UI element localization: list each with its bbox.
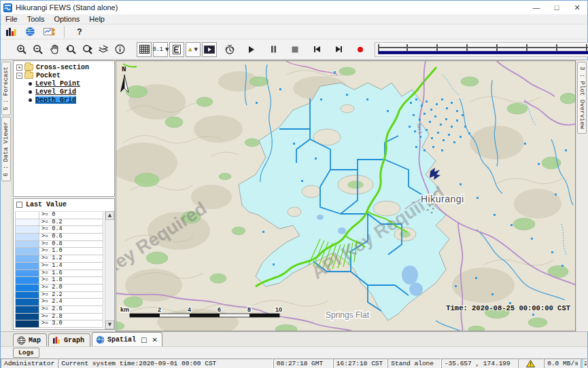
tree-leaf-level-grid[interactable]: Level Grid [14,88,114,96]
warning-icon [526,360,535,367]
record-button[interactable] [353,42,368,57]
skip-back-icon [313,45,321,53]
chart-arrow-icon [44,26,55,37]
zoom-next-icon [82,44,93,55]
menu-options[interactable]: Options [49,15,84,23]
close-button[interactable]: ✕ [567,1,587,14]
tab-forecast[interactable]: 5 : Forecast [1,62,11,115]
last-value-checkbox[interactable] [16,202,22,208]
pause-button[interactable] [266,42,281,57]
expand-icon[interactable]: + [16,65,22,71]
chevron-down-icon: ▼ [194,47,198,52]
menu-file[interactable]: File [1,15,22,23]
tab-plot-overview[interactable]: 3 : Plot Overview [577,62,587,134]
minimize-button[interactable]: — [526,1,547,14]
folder-icon [24,64,33,71]
help-button[interactable]: ? [72,24,87,39]
main-toolbar: ? [1,24,587,39]
collapse-icon[interactable]: − [16,73,22,79]
filter-tree[interactable]: + Cross-section − Pocket Level Point Lev… [13,60,115,197]
play-icon [248,45,255,54]
animation-button[interactable] [202,42,217,57]
pan-button[interactable] [47,42,62,57]
bar-chart-icon [52,336,61,344]
status-warning-cell[interactable] [518,358,544,368]
zoom-in-button[interactable] [14,42,29,57]
last-frame-button[interactable] [331,42,346,57]
warning-icon [188,45,192,54]
layers-button[interactable] [96,42,111,57]
first-frame-button[interactable] [309,42,324,57]
svg-text:km: km [120,306,129,313]
menu-tools[interactable]: Tools [22,15,50,23]
left-panel: + Cross-section − Pocket Level Point Lev… [12,60,116,331]
skip-forward-icon [335,45,343,53]
tab-spatial[interactable]: Spatial □ ✕ [92,332,162,346]
info-button[interactable] [112,42,127,57]
legend-toggle-button[interactable] [169,42,184,57]
tab-graph[interactable]: Graph [48,333,90,346]
tab-close-icon[interactable]: ✕ [152,336,158,344]
layers-icon [98,45,109,54]
threshold-value: 0.1 [153,46,163,53]
play-button[interactable] [244,42,259,57]
timeline-range-bar [378,51,588,54]
logs-button[interactable]: Logs [13,348,39,358]
chevron-down-icon: ▼ [165,47,169,52]
timeline-slider[interactable] [375,42,588,57]
stop-button[interactable] [288,42,302,57]
legend-list: >= 0 >= 0.2 >= 0.4 >= 0.6 >= 0.8 >= 1.0 … [15,211,103,328]
app-logo-icon [3,3,12,12]
timer-button[interactable] [222,42,237,57]
tab-data-viewer[interactable]: 6 : Data Viewer [1,117,11,181]
legend-letter-icon [173,45,181,54]
zoom-previous-icon [65,44,77,55]
legend-row: >= 1.4 [15,263,103,270]
tree-leaf-level-point[interactable]: Level Point [14,79,114,88]
status-memory: 2.5 GB [581,358,587,368]
pause-icon [271,45,277,53]
record-icon [357,46,364,53]
map-canvas[interactable]: SH 1 [116,60,576,331]
svg-text:6: 6 [218,306,221,313]
logs-row: Logs [1,346,587,358]
scroll-down-icon[interactable]: ▼ [105,320,114,329]
grid-layer-button[interactable] [137,42,152,57]
menu-help[interactable]: Help [84,15,109,23]
scroll-up-icon[interactable]: ▲ [105,211,114,220]
timeseries-display-button[interactable] [41,24,56,39]
right-tab-strip: 3 : Plot Overview [576,60,588,331]
status-gmt-time: 08:27:18 GMT [273,358,333,368]
globe-icon [96,335,105,344]
maximize-button[interactable]: □ [547,1,567,14]
map-time-label: Time: 2020-08-25 00:00:00 CST [446,304,570,312]
data-display-button[interactable] [3,24,18,39]
menubar: File Tools Options Help [1,14,587,24]
tree-leaf-depth-grid[interactable]: Depth Grid [14,96,114,104]
tree-node-pocket[interactable]: − Pocket [14,71,114,79]
folder-icon [24,72,33,79]
zoom-previous-button[interactable] [63,42,78,57]
contour-threshold-dropdown[interactable]: 0.1 ▼ [153,42,168,57]
legend-scrollbar[interactable]: ▲ ▼ [105,211,114,329]
tab-map[interactable]: Map [13,333,47,346]
bar-chart-icon [5,27,16,37]
info-icon [115,44,125,54]
zoom-in-icon [16,44,27,55]
status-coordinates: -35.657 , 174.199 [441,358,518,368]
spatial-display-button[interactable] [22,24,37,39]
bottom-tabbar: Map Graph Spatial □ ✕ [1,331,587,346]
tab-maximize-icon[interactable]: □ [141,336,147,344]
memory-usage-bar [581,359,583,368]
bullet-icon [29,90,32,94]
thresholds-warning-dropdown[interactable]: ▼ [186,42,201,57]
zoom-next-button[interactable] [80,42,94,57]
town-label: Hikurangi [421,194,464,204]
zoom-out-button[interactable] [31,42,46,57]
locality-label: Springs Flat [326,310,370,320]
clock-icon [224,44,235,55]
zoom-out-icon [33,44,44,55]
status-transfer-rate: 0.0 MB/s [544,358,581,368]
last-value-label: Last Value [26,201,67,208]
main-content: 5 : Forecast 6 : Data Viewer + Cross-sec… [1,60,588,331]
